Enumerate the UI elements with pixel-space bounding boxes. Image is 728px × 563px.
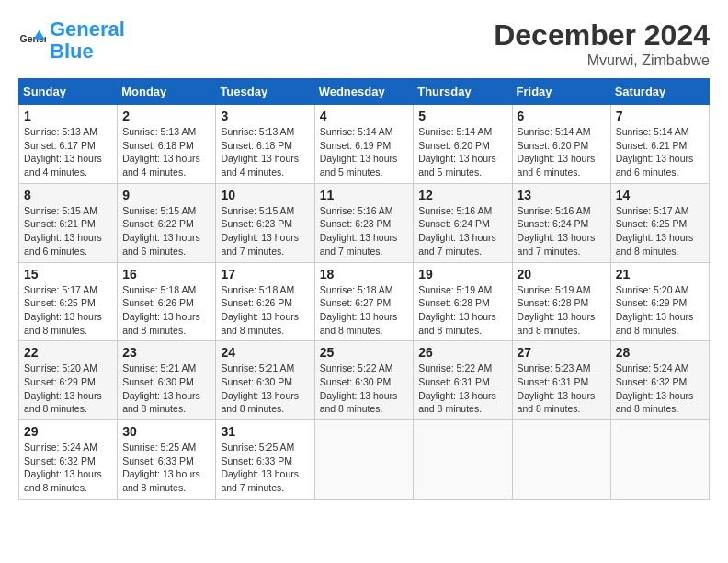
day-info: Sunrise: 5:20 AMSunset: 6:29 PMDaylight:… [616,284,694,336]
calendar-cell: 25 Sunrise: 5:22 AMSunset: 6:30 PMDaylig… [314,341,414,420]
month-title: December 2024 [494,18,710,52]
calendar-cell: 15 Sunrise: 5:17 AMSunset: 6:25 PMDaylig… [19,262,118,341]
calendar-cell: 14 Sunrise: 5:17 AMSunset: 6:25 PMDaylig… [610,183,709,262]
day-number: 11 [320,188,409,202]
day-info: Sunrise: 5:24 AMSunset: 6:32 PMDaylight:… [616,362,694,414]
logo-icon: General [18,27,46,54]
calendar-cell: 8 Sunrise: 5:15 AMSunset: 6:21 PMDayligh… [19,183,118,262]
location-subtitle: Mvurwi, Zimbabwe [494,52,710,69]
calendar-cell: 6 Sunrise: 5:14 AMSunset: 6:20 PMDayligh… [512,105,610,184]
header-saturday: Saturday [610,79,709,105]
logo: General GeneralBlue [18,18,125,63]
day-number: 15 [24,267,112,282]
calendar-week-row: 22 Sunrise: 5:20 AMSunset: 6:29 PMDaylig… [19,341,710,420]
day-number: 30 [122,424,210,439]
day-number: 1 [24,109,112,123]
calendar-cell: 2 Sunrise: 5:13 AMSunset: 6:18 PMDayligh… [118,105,216,184]
calendar-cell: 16 Sunrise: 5:18 AMSunset: 6:26 PMDaylig… [118,262,216,341]
day-number: 14 [616,188,704,202]
calendar-cell: 9 Sunrise: 5:15 AMSunset: 6:22 PMDayligh… [118,183,216,262]
day-info: Sunrise: 5:15 AMSunset: 6:23 PMDaylight:… [221,205,299,257]
day-number: 5 [418,109,506,123]
day-number: 6 [518,109,606,123]
calendar-cell: 23 Sunrise: 5:21 AMSunset: 6:30 PMDaylig… [118,341,216,420]
day-info: Sunrise: 5:18 AMSunset: 6:26 PMDaylight:… [221,284,299,336]
calendar-cell [610,420,709,500]
day-number: 7 [616,109,704,123]
calendar-cell: 29 Sunrise: 5:24 AMSunset: 6:32 PMDaylig… [19,420,118,500]
day-info: Sunrise: 5:13 AMSunset: 6:17 PMDaylight:… [24,126,102,178]
calendar-cell: 19 Sunrise: 5:19 AMSunset: 6:28 PMDaylig… [414,262,512,341]
day-number: 9 [122,188,210,202]
day-info: Sunrise: 5:21 AMSunset: 6:30 PMDaylight:… [221,362,299,414]
header-thursday: Thursday [414,79,512,105]
header-sunday: Sunday [19,79,118,105]
day-number: 3 [221,109,309,123]
day-number: 27 [518,345,606,360]
day-info: Sunrise: 5:19 AMSunset: 6:28 PMDaylight:… [518,284,596,336]
day-info: Sunrise: 5:23 AMSunset: 6:31 PMDaylight:… [518,362,596,414]
day-number: 12 [418,188,506,202]
calendar-cell: 22 Sunrise: 5:20 AMSunset: 6:29 PMDaylig… [19,341,118,420]
day-number: 10 [221,188,309,202]
calendar-cell: 31 Sunrise: 5:25 AMSunset: 6:33 PMDaylig… [216,420,314,500]
day-info: Sunrise: 5:16 AMSunset: 6:23 PMDaylight:… [320,205,398,257]
day-info: Sunrise: 5:22 AMSunset: 6:31 PMDaylight:… [418,362,496,414]
calendar-week-row: 15 Sunrise: 5:17 AMSunset: 6:25 PMDaylig… [19,262,710,341]
day-number: 29 [24,424,112,439]
day-info: Sunrise: 5:25 AMSunset: 6:33 PMDaylight:… [122,442,200,493]
page-header: General GeneralBlue December 2024 Mvurwi… [18,18,710,69]
day-info: Sunrise: 5:19 AMSunset: 6:28 PMDaylight:… [418,284,496,336]
logo-text: GeneralBlue [50,18,125,63]
calendar-cell [314,420,414,500]
calendar-cell: 24 Sunrise: 5:21 AMSunset: 6:30 PMDaylig… [216,341,314,420]
calendar-table: Sunday Monday Tuesday Wednesday Thursday… [18,78,710,500]
day-number: 31 [221,424,309,439]
calendar-cell: 26 Sunrise: 5:22 AMSunset: 6:31 PMDaylig… [414,341,512,420]
calendar-cell: 28 Sunrise: 5:24 AMSunset: 6:32 PMDaylig… [610,341,709,420]
day-number: 19 [418,267,506,282]
day-info: Sunrise: 5:24 AMSunset: 6:32 PMDaylight:… [24,442,102,493]
day-info: Sunrise: 5:14 AMSunset: 6:20 PMDaylight:… [418,126,496,178]
day-number: 21 [616,267,704,282]
day-info: Sunrise: 5:14 AMSunset: 6:20 PMDaylight:… [518,126,596,178]
weekday-header-row: Sunday Monday Tuesday Wednesday Thursday… [19,79,710,105]
header-friday: Friday [512,79,610,105]
day-info: Sunrise: 5:15 AMSunset: 6:22 PMDaylight:… [122,205,200,257]
day-info: Sunrise: 5:13 AMSunset: 6:18 PMDaylight:… [122,126,200,178]
calendar-cell: 21 Sunrise: 5:20 AMSunset: 6:29 PMDaylig… [610,262,709,341]
day-info: Sunrise: 5:21 AMSunset: 6:30 PMDaylight:… [122,362,200,414]
day-info: Sunrise: 5:18 AMSunset: 6:26 PMDaylight:… [122,284,200,336]
day-info: Sunrise: 5:16 AMSunset: 6:24 PMDaylight:… [518,205,596,257]
day-info: Sunrise: 5:17 AMSunset: 6:25 PMDaylight:… [616,205,694,257]
day-number: 16 [122,267,210,282]
day-info: Sunrise: 5:25 AMSunset: 6:33 PMDaylight:… [221,442,299,493]
day-info: Sunrise: 5:18 AMSunset: 6:27 PMDaylight:… [320,284,398,336]
day-number: 17 [221,267,309,282]
day-number: 20 [518,267,606,282]
calendar-cell: 7 Sunrise: 5:14 AMSunset: 6:21 PMDayligh… [610,105,709,184]
calendar-cell: 10 Sunrise: 5:15 AMSunset: 6:23 PMDaylig… [216,183,314,262]
calendar-cell: 13 Sunrise: 5:16 AMSunset: 6:24 PMDaylig… [512,183,610,262]
calendar-cell: 20 Sunrise: 5:19 AMSunset: 6:28 PMDaylig… [512,262,610,341]
header-wednesday: Wednesday [314,79,414,105]
day-info: Sunrise: 5:20 AMSunset: 6:29 PMDaylight:… [24,362,102,414]
calendar-cell: 3 Sunrise: 5:13 AMSunset: 6:18 PMDayligh… [216,105,314,184]
calendar-cell: 27 Sunrise: 5:23 AMSunset: 6:31 PMDaylig… [512,341,610,420]
calendar-cell: 12 Sunrise: 5:16 AMSunset: 6:24 PMDaylig… [414,183,512,262]
calendar-week-row: 29 Sunrise: 5:24 AMSunset: 6:32 PMDaylig… [19,420,710,500]
day-number: 8 [24,188,112,202]
day-info: Sunrise: 5:14 AMSunset: 6:21 PMDaylight:… [616,126,694,178]
calendar-cell: 30 Sunrise: 5:25 AMSunset: 6:33 PMDaylig… [118,420,216,500]
day-number: 2 [122,109,210,123]
calendar-cell: 18 Sunrise: 5:18 AMSunset: 6:27 PMDaylig… [314,262,414,341]
header-tuesday: Tuesday [216,79,314,105]
day-info: Sunrise: 5:15 AMSunset: 6:21 PMDaylight:… [24,205,102,257]
calendar-week-row: 1 Sunrise: 5:13 AMSunset: 6:17 PMDayligh… [19,105,710,184]
day-info: Sunrise: 5:17 AMSunset: 6:25 PMDaylight:… [24,284,102,336]
calendar-cell: 4 Sunrise: 5:14 AMSunset: 6:19 PMDayligh… [314,105,414,184]
calendar-cell: 11 Sunrise: 5:16 AMSunset: 6:23 PMDaylig… [314,183,414,262]
day-number: 26 [418,345,506,360]
day-number: 28 [616,345,704,360]
day-number: 23 [122,345,210,360]
